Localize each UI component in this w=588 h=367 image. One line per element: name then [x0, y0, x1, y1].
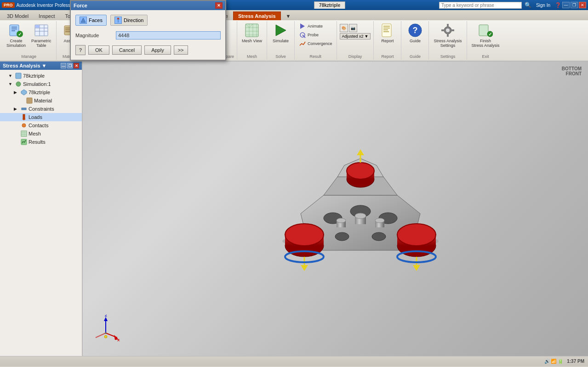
main-area: Stress Analysis ▼ — ❐ ✕ ▼ 78kztriple ▼ — [0, 62, 588, 356]
tree-label-part: 78kztriple — [29, 90, 50, 95]
tree-item-sim1[interactable]: ▼ Simulation:1 — [0, 80, 82, 88]
svg-point-63 — [446, 28, 450, 32]
create-simulation-btn[interactable]: ✓ CreateSimulation — [5, 22, 28, 49]
taskbar-icons: 🔊 📶 🔋 — [544, 359, 564, 364]
magnitude-label: Magnitude — [75, 33, 112, 38]
ribbon-group-result-content: Animate Probe Convergence — [297, 22, 334, 53]
table-icon — [34, 23, 49, 38]
sign-in-btn[interactable]: Sign In — [536, 3, 550, 8]
svg-rect-2 — [11, 28, 17, 29]
magnitude-input[interactable] — [116, 31, 221, 40]
svg-rect-57 — [383, 28, 390, 28]
dialog-tab-direction[interactable]: Direction — [110, 15, 148, 26]
convergence-btn[interactable]: Convergence — [297, 40, 334, 48]
search-input[interactable] — [439, 2, 522, 9]
finish-stress-analysis-btn[interactable]: ✓ FinishStress Analysis — [470, 22, 502, 49]
stress-analysis-settings-btn[interactable]: Stress AnalysisSettings — [432, 22, 463, 49]
convergence-label: Convergence — [308, 41, 332, 46]
simulate-icon — [273, 23, 288, 38]
dialog-apply-btn[interactable]: Apply — [144, 45, 171, 55]
display-icons-row: 🎨 📷 — [340, 24, 371, 32]
tree-label-sim1: Simulation:1 — [23, 81, 51, 87]
tree-item-root[interactable]: ▼ 78kztriple — [0, 72, 82, 80]
close-btn[interactable]: ✕ — [579, 2, 586, 8]
display-icon-2[interactable]: 📷 — [349, 24, 357, 32]
svg-text:✓: ✓ — [488, 32, 492, 37]
search-icon[interactable]: 🔍 — [525, 2, 531, 8]
svg-rect-67 — [451, 29, 454, 31]
svg-rect-3 — [11, 30, 15, 31]
viewport[interactable]: BOTTOM FRONT — [83, 62, 588, 356]
svg-rect-56 — [383, 26, 390, 27]
restore-btn[interactable]: ❐ — [571, 2, 578, 8]
mesh-icon — [245, 23, 259, 38]
display-icon-1[interactable]: 🎨 — [340, 24, 348, 32]
tab-3d-model[interactable]: 3D Model — [2, 11, 34, 20]
dialog-titlebar[interactable]: Force ✕ — [71, 1, 225, 10]
report-btn[interactable]: Report — [378, 22, 397, 44]
dialog-buttons: ? OK Cancel Apply >> — [75, 45, 221, 55]
ribbon-group-display-content: 🎨 📷 Adjusted x2▼ — [340, 22, 371, 53]
svg-rect-74 — [27, 98, 32, 103]
guide-btn[interactable]: ? Guide — [406, 22, 424, 44]
sidebar-restore-btn[interactable]: ❐ — [67, 63, 73, 68]
animate-btn[interactable]: Animate — [297, 22, 334, 30]
dialog-tab-faces[interactable]: Faces — [75, 15, 107, 26]
result-small-btns: Animate Probe Convergence — [297, 22, 334, 48]
dialog-ok-btn[interactable]: OK — [88, 45, 109, 55]
svg-point-105 — [397, 224, 436, 246]
dialog-close-btn[interactable]: ✕ — [215, 2, 223, 9]
force-dialog[interactable]: Force ✕ Faces Direction — [70, 0, 226, 61]
guide-icon: ? — [408, 23, 422, 38]
svg-marker-113 — [357, 149, 364, 155]
probe-icon — [299, 31, 306, 39]
expand-sim1[interactable]: ▼ — [8, 82, 14, 86]
svg-rect-11 — [35, 25, 39, 28]
tree-item-results[interactable]: ▶ Results — [0, 138, 82, 146]
report-svg — [380, 23, 395, 38]
finish-svg: ✓ — [478, 23, 493, 38]
mesh-svg — [245, 23, 259, 38]
direction-tab-icon — [114, 17, 122, 24]
dialog-more-btn[interactable]: >> — [174, 45, 188, 55]
sidebar-minimize-btn[interactable]: — — [61, 63, 66, 68]
title-right: 🔍 Sign In ❓ — ❐ ✕ — [439, 2, 586, 9]
tab-extra[interactable]: ▼ — [281, 11, 296, 20]
tab-inspect[interactable]: Inspect — [34, 11, 60, 20]
probe-btn[interactable]: Probe — [297, 31, 334, 39]
simulate-btn[interactable]: Simulate — [271, 22, 291, 44]
tab-stress-analysis[interactable]: Stress Analysis — [233, 11, 281, 20]
dialog-cancel-btn[interactable]: Cancel — [112, 45, 142, 55]
display-dropdown[interactable]: Adjusted x2▼ — [340, 33, 371, 40]
model-3d — [268, 140, 452, 278]
expand-part[interactable]: ▶ — [14, 90, 19, 95]
tree-item-loads[interactable]: ▶ Loads — [0, 113, 82, 121]
tree-item-constraints[interactable]: ▶ Constraints — [0, 105, 82, 113]
expand-root[interactable]: ▼ — [8, 73, 14, 78]
dialog-title: Force — [74, 3, 87, 8]
svg-marker-115 — [104, 317, 108, 321]
view-labels: BOTTOM FRONT — [562, 66, 582, 76]
guide-svg: ? — [408, 23, 422, 38]
tree-item-part[interactable]: ▶ 78kztriple — [0, 88, 82, 96]
tree-label-loads: Loads — [29, 114, 42, 120]
expand-constraints[interactable]: ▶ — [14, 107, 19, 111]
svg-point-122 — [104, 335, 107, 338]
ribbon-group-manage-content: ✓ CreateSimulation ParametricTab — [5, 22, 53, 53]
svg-rect-76 — [23, 114, 25, 119]
clock: 1:37 PM — [567, 359, 584, 364]
minimize-btn[interactable]: — — [562, 2, 570, 8]
view-label-front: FRONT — [566, 71, 582, 76]
tree-item-contacts[interactable]: ▶ Contacts — [0, 121, 82, 130]
dialog-help-btn[interactable]: ? — [75, 45, 86, 55]
tree-item-mesh[interactable]: ▶ Mesh — [0, 130, 82, 138]
display-group-label: Display — [348, 54, 362, 59]
ribbon-group-mesh-content: Mesh View — [240, 22, 264, 53]
part-tab[interactable]: 78kztriple — [314, 1, 345, 9]
mesh-view-btn[interactable]: Mesh View — [240, 22, 264, 44]
tree-item-material[interactable]: ▶ Material — [0, 96, 82, 105]
sidebar-close-btn[interactable]: ✕ — [74, 63, 79, 68]
parametric-table-btn[interactable]: ParametricTable — [29, 22, 53, 49]
help-icon[interactable]: ❓ — [555, 2, 561, 8]
result-group-label: Result — [309, 54, 321, 59]
